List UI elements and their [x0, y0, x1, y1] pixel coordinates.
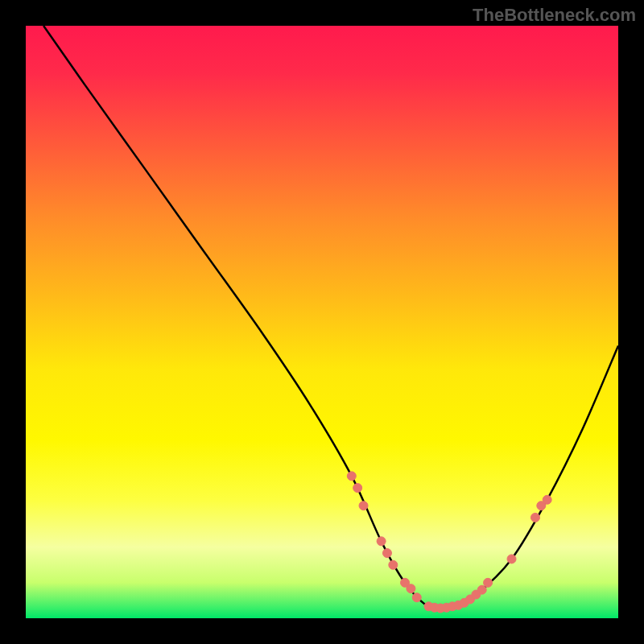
watermark-text: TheBottleneck.com — [473, 5, 636, 26]
data-marker — [407, 584, 415, 593]
data-marker — [353, 484, 362, 493]
data-marker — [412, 593, 421, 602]
data-marker — [507, 555, 516, 564]
data-marker — [477, 585, 486, 594]
data-marker — [543, 495, 551, 504]
data-marker — [359, 502, 368, 510]
data-marker — [530, 513, 539, 522]
bottleneck-curve — [43, 26, 618, 609]
data-marker — [484, 578, 493, 587]
data-marker — [377, 537, 386, 546]
markers-group — [347, 472, 551, 613]
data-marker — [347, 472, 356, 481]
data-marker — [389, 560, 398, 569]
chart-svg — [26, 26, 618, 618]
plot-area — [26, 26, 618, 618]
data-marker — [382, 549, 391, 558]
